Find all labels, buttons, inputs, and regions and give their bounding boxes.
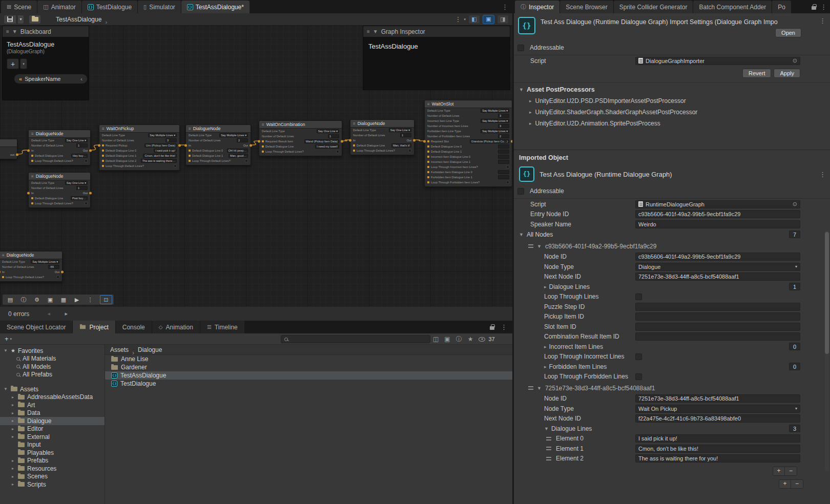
inspector-tab-inspector[interactable]: ⓘ Inspector <box>515 1 559 13</box>
entry-node-id-field[interactable]: c93b5606-401f-49a2-99b5-9ecbf1fa9c29 <box>635 210 800 218</box>
kebab-icon[interactable]: ⋮ <box>819 171 826 178</box>
node-title[interactable]: ≡WaitOnPickup <box>99 125 179 133</box>
output-port[interactable] <box>250 144 252 147</box>
breadcrumb[interactable]: TestAssDialogue › <box>56 16 107 23</box>
asset-item-gardener[interactable]: Gardener <box>105 363 512 371</box>
node-field-control[interactable]: Hey boy… <box>71 154 88 158</box>
tree-item-resources[interactable]: ▸ Resources <box>0 465 105 473</box>
revert-button[interactable]: Revert <box>742 69 771 78</box>
output-port[interactable] <box>89 192 92 195</box>
text-field-puzzle-step-id[interactable] <box>635 303 800 311</box>
array-size-field[interactable]: 3 <box>789 425 800 432</box>
node-field-control[interactable]: I said pick it up! <box>154 149 177 153</box>
text-field-pickup-item-id[interactable] <box>635 312 800 321</box>
project-search[interactable] <box>281 335 430 343</box>
node-dropdown-control[interactable]: Say One Line ▾ <box>389 128 411 132</box>
fold-closed-icon[interactable]: ▸ <box>10 403 15 407</box>
fold-closed-icon[interactable]: ▸ <box>529 121 532 126</box>
node-dropdown-control[interactable]: Say Multiple Lines ▾ <box>148 133 177 137</box>
drag-handle-icon[interactable] <box>528 244 533 248</box>
foldout-dialogue-lines[interactable]: ▼Dialogue Lines <box>514 425 635 432</box>
input-port[interactable] <box>184 144 187 147</box>
input-port[interactable] <box>27 150 30 152</box>
speaker-name-field[interactable]: Weirdo <box>635 220 800 228</box>
previous-error-button[interactable]: ◂ <box>42 309 56 318</box>
text-field-node-id[interactable]: 7251e73e-38d3-44ff-a8c5-bcf54088aaf1 <box>635 394 800 403</box>
node-field-control[interactable]: 1 <box>76 143 88 148</box>
window-toggle-button[interactable]: ▣ <box>44 295 56 304</box>
node-dropdown-control[interactable]: Say One Line ▾ <box>65 138 88 142</box>
input-port[interactable] <box>0 271 1 274</box>
graph-node-dialoguenode[interactable]: ≡DialogueNode Default Line Type Say One … <box>28 172 91 208</box>
tree-item-all-models[interactable]: All Models <box>0 363 105 371</box>
node-field-control[interactable]: Cmon, don't be like this! <box>143 154 177 158</box>
checkbox-loop-through-incorrect-lines[interactable] <box>635 353 642 360</box>
graph-viewport[interactable]: ≡StartNode Connections out ≡DialogueNode… <box>0 26 512 306</box>
output-port[interactable] <box>413 139 416 142</box>
postprocessor-item[interactable]: ▸ UnityEditor.U2D.Animation.SpritePostPr… <box>514 118 830 129</box>
node-field-control[interactable]: 1 <box>328 134 339 138</box>
checkbox-loop-through-forbidden-lines[interactable] <box>635 373 642 380</box>
eye-icon[interactable] <box>479 337 485 342</box>
node-field-control[interactable] <box>498 170 509 174</box>
node-field-control[interactable]: The ass is waiting there… <box>141 159 177 163</box>
node-checkbox[interactable] <box>245 159 248 162</box>
node-object-control[interactable]: Wand (Pickup Item Data) <box>304 139 339 143</box>
node-field-control[interactable]: 1 <box>76 186 88 190</box>
kebab-icon[interactable]: ⋮ <box>501 323 507 331</box>
inspector-tab-po[interactable]: Po <box>772 1 791 13</box>
graph-inspector-panel[interactable]: ≡ ▼ Graph Inspector TestAssDialogue <box>363 26 510 90</box>
tree-item-playables[interactable]: Playables <box>0 449 105 457</box>
scrollbar-thumb[interactable] <box>825 232 829 354</box>
output-port[interactable] <box>89 150 92 152</box>
editor-tab-testdialogue[interactable]: TestDialogue <box>82 1 137 13</box>
output-port[interactable] <box>61 271 64 274</box>
node-checkbox[interactable] <box>506 165 509 169</box>
asset-postprocessors-foldout[interactable]: ▼ Asset PostProcessors <box>514 84 830 95</box>
element-value-field[interactable]: Cmon, don't be like this! <box>635 445 800 453</box>
tree-item-input[interactable]: Input <box>0 441 105 449</box>
inspector-scrollbar[interactable] <box>825 230 829 471</box>
add-element-button[interactable]: + <box>779 480 791 488</box>
hamburger-icon[interactable]: ≡ <box>367 29 370 34</box>
text-field-slot-item-id[interactable] <box>635 323 800 331</box>
kebab-icon[interactable]: ⋮ <box>820 3 827 11</box>
node-field-control[interactable]: Man, good… <box>229 154 248 158</box>
asset-item-testdialogue[interactable]: TestDialogue <box>105 380 512 388</box>
fold-closed-icon[interactable]: ▸ <box>10 418 15 423</box>
node-field-control[interactable] <box>498 160 509 164</box>
script-field[interactable]: DialogueGraphImporter ⊙ <box>635 57 800 65</box>
dock-tab-project[interactable]: Project <box>73 321 115 333</box>
node-dropdown-control[interactable]: Say Multiple Lines ▾ <box>31 260 59 264</box>
dropdown-node-type[interactable]: Wait On Pickup▾ <box>635 405 800 413</box>
node-title[interactable]: ≡DialogueNode <box>29 130 90 138</box>
save-dropdown-button[interactable]: ▾ <box>17 15 24 24</box>
drag-handle-icon[interactable] <box>546 457 551 460</box>
dock-tab-animation[interactable]: ◇ Animation <box>152 321 200 333</box>
blackboard-add-dropdown[interactable]: ▾ <box>20 58 27 69</box>
fold-closed-icon[interactable]: ▸ <box>529 98 532 103</box>
fold-open-icon[interactable]: ▼ <box>12 29 17 34</box>
graph-node-dialoguenode[interactable]: ≡DialogueNode Default Line Type Say Mult… <box>0 251 63 282</box>
node-object-control[interactable]: Gianduia (Pickup Item Co…) <box>470 139 509 143</box>
inspector-tab-batch-component-adder[interactable]: Batch Component Adder <box>693 1 772 13</box>
frame-toggle-button[interactable]: ⊡ <box>100 295 112 304</box>
all-nodes-size-field[interactable]: 7 <box>789 230 800 238</box>
fold-closed-icon[interactable]: ▸ <box>10 395 15 400</box>
node-field-control[interactable] <box>498 150 509 154</box>
input-port[interactable] <box>98 144 100 147</box>
package-icon[interactable]: ▣ <box>444 335 450 343</box>
node-field-control[interactable]: 1 <box>400 133 411 137</box>
editor-tab-testassdialogue[interactable]: TestAssDialogue* <box>181 1 250 13</box>
node-field-control[interactable]: I need my towel! <box>315 144 339 149</box>
node-title[interactable]: ≡StartNode <box>0 139 17 147</box>
fold-closed-icon[interactable]: ▸ <box>10 466 15 471</box>
node-checkbox[interactable] <box>408 149 411 152</box>
fold-open-icon[interactable]: ▼ <box>373 29 378 34</box>
node-dropdown-control[interactable]: Say Multiple Lines ▾ <box>481 129 509 133</box>
node-field-control[interactable]: 3 <box>498 124 509 128</box>
node-entry-foldout[interactable]: ▼ c93b5606-401f-49a2-99b5-9ecbf1fa9c29 <box>514 242 830 251</box>
editor-tab-animator[interactable]: ◫ Animator <box>37 1 81 13</box>
fold-closed-icon[interactable]: ▸ <box>10 458 15 463</box>
element-value-field[interactable]: The ass is waiting there for you! <box>635 454 800 463</box>
